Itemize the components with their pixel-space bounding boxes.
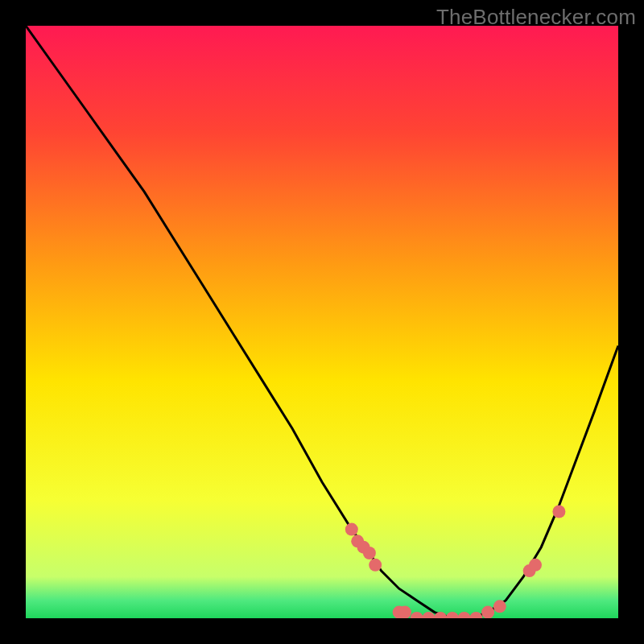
chart-frame (26, 26, 618, 618)
chart-svg (26, 26, 618, 618)
sample-point (493, 600, 506, 613)
sample-point (398, 606, 411, 618)
sample-point (345, 523, 358, 536)
chart-background (26, 26, 618, 618)
sample-point (529, 559, 542, 572)
sample-point (369, 559, 382, 572)
watermark-text: TheBottlenecker.com (436, 5, 636, 30)
sample-point (481, 606, 494, 618)
sample-point (552, 506, 565, 518)
sample-point (363, 547, 376, 559)
